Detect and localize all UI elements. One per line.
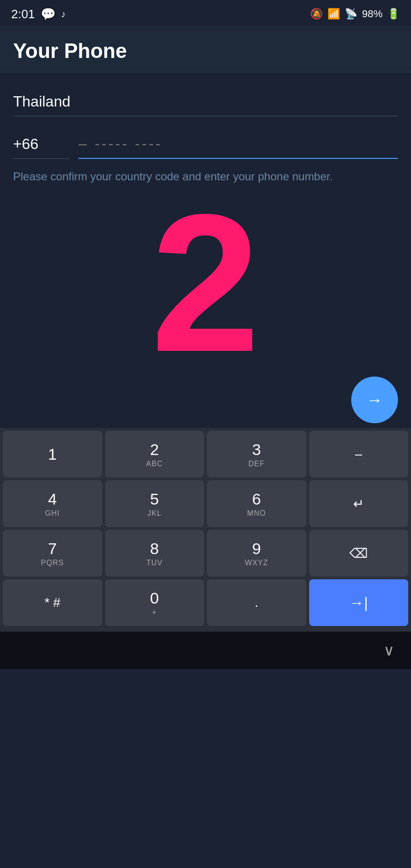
key-0[interactable]: 0 +: [105, 579, 205, 626]
key-2[interactable]: 2 ABC: [105, 431, 205, 477]
status-time: 2:01: [11, 7, 35, 21]
key-7-main: 7: [48, 540, 57, 558]
key-5[interactable]: 5 JKL: [105, 480, 205, 527]
key-dot[interactable]: .: [207, 579, 306, 626]
page-title: Your Phone: [13, 39, 127, 62]
key-backspace[interactable]: ⌫: [309, 530, 409, 576]
key-7[interactable]: 7 PQRS: [3, 530, 102, 576]
tiktok-icon: ♪: [61, 9, 66, 20]
main-content: Please confirm your country code and ent…: [0, 72, 411, 428]
key-enter[interactable]: ↵: [309, 480, 409, 527]
key-4[interactable]: 4 GHI: [3, 480, 102, 527]
key-dash-main: –: [355, 447, 362, 462]
status-right: 🔕 📶 📡 98% 🔋: [310, 8, 400, 20]
key-1[interactable]: 1: [3, 431, 102, 477]
key-5-sub: JKL: [147, 509, 162, 518]
key-2-main: 2: [150, 441, 159, 459]
key-next-icon: →|: [349, 594, 368, 612]
key-3[interactable]: 3 DEF: [207, 431, 306, 477]
key-2-sub: ABC: [146, 460, 163, 468]
key-5-main: 5: [150, 490, 159, 508]
arrow-right-icon: →: [366, 390, 383, 410]
bottom-bar: ∨: [0, 632, 411, 669]
key-3-main: 3: [252, 441, 261, 459]
battery-text: 98%: [362, 8, 383, 20]
wifi-icon: 📶: [327, 8, 340, 20]
country-code-input[interactable]: [13, 132, 69, 159]
message-icon: 💬: [41, 7, 56, 21]
key-4-sub: GHI: [45, 509, 60, 518]
big-digit-display: 2: [151, 185, 260, 381]
keyboard: 1 2 ABC 3 DEF – 4 GHI 5 JKL 6 MNO ↵: [0, 428, 411, 632]
big-number-container: 2: [13, 194, 398, 372]
key-3-sub: DEF: [248, 460, 265, 468]
key-9[interactable]: 9 WXYZ: [207, 530, 306, 576]
battery-icon: 🔋: [387, 8, 400, 20]
key-6-main: 6: [252, 490, 261, 508]
key-0-sub: +: [152, 608, 157, 617]
phone-number-input[interactable]: [78, 131, 398, 159]
keyboard-row-3: 7 PQRS 8 TUV 9 WXYZ ⌫: [3, 530, 408, 576]
key-star-hash-main: * #: [44, 595, 60, 610]
key-9-sub: WXYZ: [245, 559, 268, 567]
country-input[interactable]: [13, 89, 398, 116]
status-left: 2:01 💬 ♪: [11, 7, 66, 21]
key-dot-main: .: [255, 595, 258, 610]
phone-row: [13, 131, 398, 159]
signal-icon: 📡: [345, 8, 357, 20]
key-next[interactable]: →|: [309, 579, 409, 626]
key-8[interactable]: 8 TUV: [105, 530, 205, 576]
next-fab-button[interactable]: →: [351, 377, 398, 423]
status-bar: 2:01 💬 ♪ 🔕 📶 📡 98% 🔋: [0, 0, 411, 26]
key-8-sub: TUV: [146, 559, 163, 567]
keyboard-row-4: * # 0 + . →|: [3, 579, 408, 626]
country-field-group: [13, 89, 398, 116]
header: Your Phone: [0, 26, 411, 72]
chevron-down-icon[interactable]: ∨: [383, 641, 394, 659]
key-star-hash[interactable]: * #: [3, 579, 102, 626]
keyboard-row-2: 4 GHI 5 JKL 6 MNO ↵: [3, 480, 408, 527]
fab-container: →: [13, 372, 398, 428]
key-8-main: 8: [150, 540, 159, 558]
key-7-sub: PQRS: [41, 559, 64, 567]
phone-number-field: [78, 131, 398, 159]
key-9-main: 9: [252, 540, 261, 558]
country-code-field: [13, 132, 69, 159]
key-0-main: 0: [150, 589, 159, 607]
key-dash[interactable]: –: [309, 431, 409, 477]
key-6-sub: MNO: [247, 509, 266, 518]
key-1-main: 1: [48, 445, 57, 463]
key-6[interactable]: 6 MNO: [207, 480, 306, 527]
keyboard-row-1: 1 2 ABC 3 DEF –: [3, 431, 408, 477]
backspace-icon: ⌫: [349, 546, 368, 561]
key-enter-icon: ↵: [353, 496, 364, 512]
key-4-main: 4: [48, 490, 57, 508]
mute-icon: 🔕: [310, 8, 323, 20]
